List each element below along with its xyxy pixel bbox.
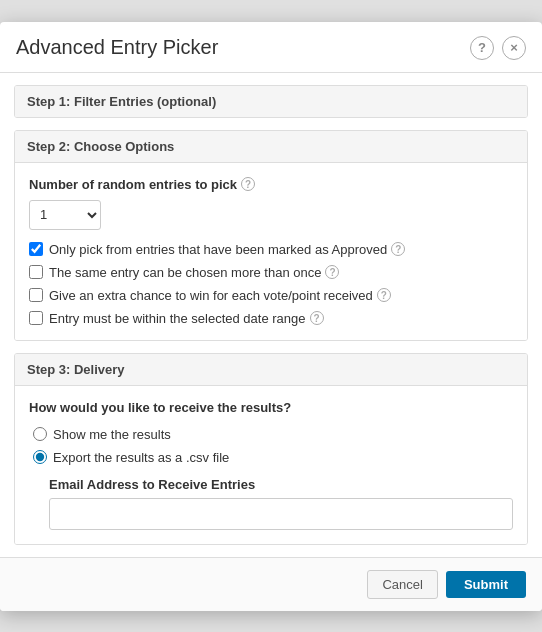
- checkbox-date-input[interactable]: [29, 311, 43, 325]
- checkbox-approved: Only pick from entries that have been ma…: [29, 242, 513, 257]
- number-input-wrapper: 1 2 3 4 5 10 25 50 100: [29, 200, 513, 230]
- step2-header: Step 2: Choose Options: [15, 131, 527, 163]
- step3-section: Step 3: Delivery How would you like to r…: [14, 353, 528, 545]
- extra-help-icon[interactable]: ?: [377, 288, 391, 302]
- submit-button[interactable]: Submit: [446, 571, 526, 598]
- close-button[interactable]: ×: [502, 36, 526, 60]
- step1-header: Step 1: Filter Entries (optional): [15, 86, 527, 117]
- checkbox-date-range: Entry must be within the selected date r…: [29, 311, 513, 326]
- radio-export-label[interactable]: Export the results as a .csv file: [53, 450, 229, 465]
- radio-export-csv: Export the results as a .csv file: [33, 450, 513, 465]
- dialog-title: Advanced Entry Picker: [16, 36, 218, 59]
- checkbox-multiple: The same entry can be chosen more than o…: [29, 265, 513, 280]
- step3-body: How would you like to receive the result…: [15, 386, 527, 544]
- email-section: Email Address to Receive Entries: [29, 477, 513, 530]
- checkbox-multiple-label[interactable]: The same entry can be chosen more than o…: [49, 265, 339, 280]
- step3-header: Step 3: Delivery: [15, 354, 527, 386]
- radio-group: Show me the results Export the results a…: [29, 427, 513, 465]
- multiple-help-icon[interactable]: ?: [325, 265, 339, 279]
- checkbox-extra-label[interactable]: Give an extra chance to win for each vot…: [49, 288, 391, 303]
- number-of-entries-select[interactable]: 1 2 3 4 5 10 25 50 100: [29, 200, 101, 230]
- radio-show-input[interactable]: [33, 427, 47, 441]
- checkbox-approved-input[interactable]: [29, 242, 43, 256]
- number-help-icon[interactable]: ?: [241, 177, 255, 191]
- step2-section: Step 2: Choose Options Number of random …: [14, 130, 528, 341]
- dialog-footer: Cancel Submit: [0, 557, 542, 611]
- checkbox-multiple-input[interactable]: [29, 265, 43, 279]
- radio-show-results: Show me the results: [33, 427, 513, 442]
- step1-section: Step 1: Filter Entries (optional): [14, 85, 528, 118]
- step2-body: Number of random entries to pick ? 1 2 3…: [15, 163, 527, 340]
- dialog-body: Step 1: Filter Entries (optional) Step 2…: [0, 85, 542, 545]
- approved-help-icon[interactable]: ?: [391, 242, 405, 256]
- email-label: Email Address to Receive Entries: [49, 477, 513, 492]
- cancel-button[interactable]: Cancel: [367, 570, 437, 599]
- delivery-question: How would you like to receive the result…: [29, 400, 513, 415]
- dialog-header: Advanced Entry Picker ? ×: [0, 22, 542, 73]
- checkbox-extra-input[interactable]: [29, 288, 43, 302]
- checkbox-date-label[interactable]: Entry must be within the selected date r…: [49, 311, 324, 326]
- checkbox-group: Only pick from entries that have been ma…: [29, 242, 513, 326]
- checkbox-approved-label[interactable]: Only pick from entries that have been ma…: [49, 242, 405, 257]
- date-help-icon[interactable]: ?: [310, 311, 324, 325]
- help-button[interactable]: ?: [470, 36, 494, 60]
- advanced-entry-picker-dialog: Advanced Entry Picker ? × Step 1: Filter…: [0, 22, 542, 611]
- radio-show-label[interactable]: Show me the results: [53, 427, 171, 442]
- header-icons: ? ×: [470, 36, 526, 60]
- number-field-label: Number of random entries to pick ?: [29, 177, 513, 192]
- checkbox-extra-chance: Give an extra chance to win for each vot…: [29, 288, 513, 303]
- radio-export-input[interactable]: [33, 450, 47, 464]
- email-input[interactable]: [49, 498, 513, 530]
